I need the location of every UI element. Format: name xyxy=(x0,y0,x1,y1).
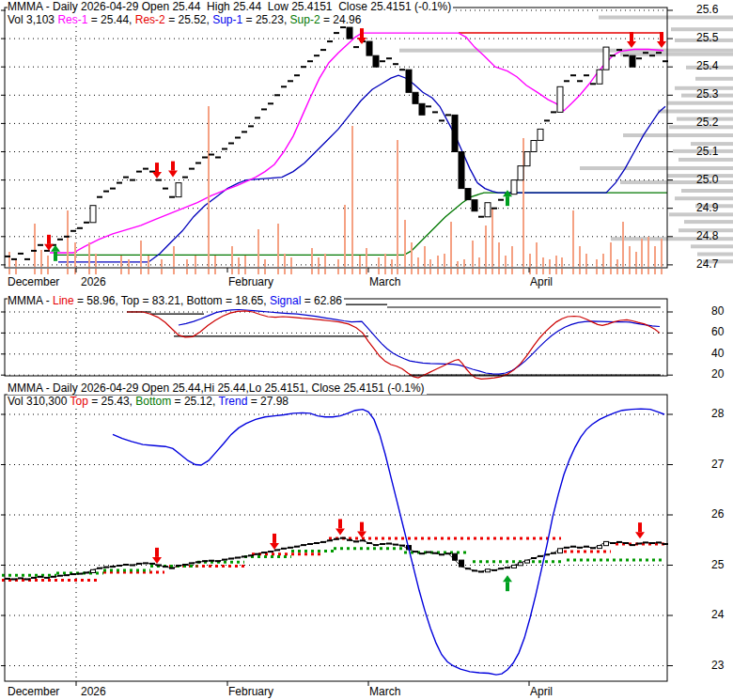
signal-value: = 62.86 xyxy=(301,294,342,307)
trend-axis-label: 24 xyxy=(711,608,724,621)
chart-canvas xyxy=(0,0,733,700)
bottom-label: Bottom xyxy=(135,395,171,408)
res2-label: Res-2 xyxy=(135,13,165,26)
trend-axis-label: 23 xyxy=(711,659,724,672)
sup2-label: Sup-2 xyxy=(290,13,320,26)
trend-panel-title-text: MMMA - Daily 2026-04-29 Open 25.44,Hi 25… xyxy=(8,381,425,395)
price-axis-label: 25.6 xyxy=(696,3,718,16)
month-label: March xyxy=(369,275,400,288)
oscillator-panel-legend: MMMA - Line = 58.96, Top = 83.21, Bottom… xyxy=(8,295,344,307)
price-panel-legend: Vol 3,103 Res-1 = 25.44, Res-2 = 25.52, … xyxy=(8,14,363,26)
trend-panel-legend: Vol 310,300 Top = 25.43, Bottom = 25.12,… xyxy=(8,396,290,408)
line-label: Line xyxy=(53,294,74,307)
trend-axis-label: 25 xyxy=(711,558,724,571)
oscillator-values: = 58.96, Top = 83.21, Bottom = 18.65, xyxy=(74,294,270,307)
price-axis-label: 25.3 xyxy=(696,87,718,101)
oscillator-axis-label: 20 xyxy=(711,367,724,381)
price-axis-label: 24.7 xyxy=(696,257,718,271)
trend-panel-title: MMMA - Daily 2026-04-29 Open 25.44,Hi 25… xyxy=(8,382,427,395)
top-label: Top xyxy=(70,395,88,408)
month-label: March xyxy=(369,685,400,698)
month-label: February xyxy=(228,685,273,698)
sup2-value: = 24.96 xyxy=(320,13,362,26)
month-label: April xyxy=(530,685,553,698)
signal-label: Signal xyxy=(270,294,301,307)
trend-value: = 27.98 xyxy=(247,395,289,408)
bottom-value: = 25.12, xyxy=(171,395,218,408)
price-axis-label: 25.2 xyxy=(696,116,718,129)
price-panel-title: MMMA - Daily 2026-04-29 Open 25.44 High … xyxy=(8,1,453,13)
price-axis-label: 24.9 xyxy=(696,201,718,214)
oscillator-axis-label: 60 xyxy=(711,325,724,338)
price-axis-label: 25.0 xyxy=(696,173,718,186)
month-label: February xyxy=(228,275,273,288)
volume-value: Vol 3,103 xyxy=(8,13,57,26)
oscillator-symbol: MMMA - xyxy=(8,294,53,307)
oscillator-axis-label: 80 xyxy=(711,304,724,318)
price-axis-label: 24.8 xyxy=(696,229,718,242)
price-axis-label: 25.5 xyxy=(696,31,718,44)
month-label: April xyxy=(530,275,553,288)
top-value: = 25.43, xyxy=(88,395,135,408)
res1-label: Res-1 xyxy=(57,13,87,26)
sup1-value: = 25.23, xyxy=(242,13,289,26)
price-axis-label: 25.4 xyxy=(696,59,718,72)
charting-app: { "symbol":"MMMA", "colors":{"magenta":"… xyxy=(0,0,733,700)
oscillator-plot-area[interactable] xyxy=(5,299,667,376)
price-axis-label: 25.1 xyxy=(696,145,718,158)
trend-axis-label: 28 xyxy=(711,407,724,420)
oscillator-axis-label: 40 xyxy=(711,347,724,360)
price-plot-area[interactable] xyxy=(5,8,667,268)
month-label: December xyxy=(8,275,59,288)
price-panel-title-text: MMMA - Daily 2026-04-29 Open 25.44 High … xyxy=(8,0,451,13)
trend-plot-area[interactable] xyxy=(5,395,667,681)
sup1-label: Sup-1 xyxy=(212,13,242,26)
trend-axis-label: 26 xyxy=(711,507,724,521)
res2-value: = 25.52, xyxy=(165,13,212,26)
trend-volume-value: Vol 310,300 xyxy=(8,395,70,408)
month-label: December xyxy=(8,685,59,698)
res1-value: = 25.44, xyxy=(87,13,134,26)
month-label: 2026 xyxy=(81,685,106,698)
month-label: 2026 xyxy=(81,275,106,288)
trend-axis-label: 27 xyxy=(711,458,724,471)
trend-label: Trend xyxy=(218,395,247,408)
